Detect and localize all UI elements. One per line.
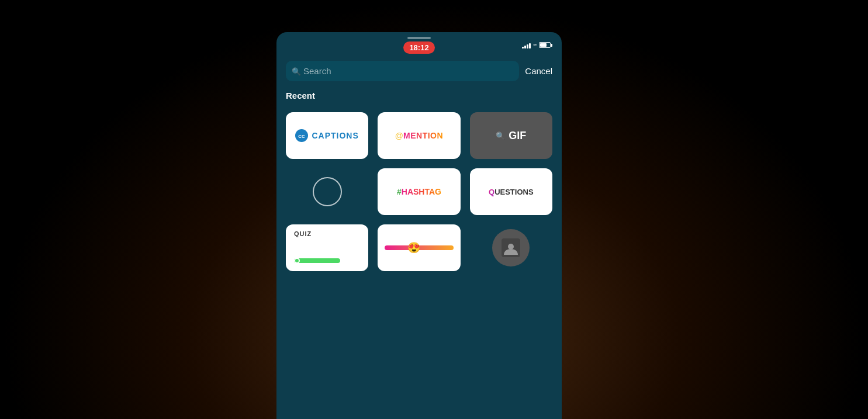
recent-label: Recent <box>276 86 562 108</box>
wifi-icon: ≈ <box>533 41 537 49</box>
mention-letters: MENTION <box>403 131 443 140</box>
signal-bar-3 <box>527 44 528 49</box>
mention-text: @MENTION <box>395 131 443 140</box>
questions-text: QUESTIONS <box>489 188 534 196</box>
captions-icon: CC <box>295 129 308 142</box>
sticker-hashtag[interactable]: #HASHTAG <box>378 168 460 215</box>
sticker-photo[interactable] <box>470 224 552 271</box>
captions-inner: CC CAPTIONS <box>288 124 365 147</box>
signal-bar-2 <box>524 46 526 49</box>
signal-bar-1 <box>522 47 524 49</box>
phone-background: 18:12 ≈ 🔍 <box>0 0 868 419</box>
signal-icon <box>522 41 531 49</box>
battery-icon <box>539 42 552 48</box>
hashtag-letters: HASHTAG <box>402 187 441 196</box>
slider-emoji: 😍 <box>407 241 420 254</box>
hashtag-hash: # <box>397 187 402 196</box>
status-bar: 18:12 ≈ <box>276 39 562 56</box>
circle-outline <box>313 177 342 206</box>
sticker-captions[interactable]: CC CAPTIONS <box>286 112 368 159</box>
captions-text: CAPTIONS <box>312 131 358 140</box>
bottom-sheet: 18:12 ≈ 🔍 <box>276 32 562 419</box>
battery-tip <box>551 44 552 47</box>
search-row: 🔍 Cancel <box>276 56 562 86</box>
svg-text:CC: CC <box>299 134 306 139</box>
search-input[interactable] <box>286 61 519 81</box>
quiz-bar-container <box>294 258 360 265</box>
battery-fill <box>540 43 547 47</box>
sticker-mention[interactable]: @MENTION <box>378 112 460 159</box>
signal-bar-4 <box>529 43 531 49</box>
photo-circle <box>492 229 530 266</box>
sticker-gif[interactable]: 🔍 GIF <box>470 112 552 159</box>
questions-rest: UESTIONS <box>494 188 533 196</box>
svg-point-3 <box>508 244 514 250</box>
photo-icon <box>502 238 520 257</box>
quiz-bar <box>294 258 340 263</box>
sticker-grid: CC CAPTIONS @MENTION 🔍 GIF <box>276 108 562 276</box>
gif-text: GIF <box>509 130 526 142</box>
cancel-button[interactable]: Cancel <box>525 66 552 76</box>
mention-at: @ <box>395 131 403 140</box>
battery-body <box>539 42 551 48</box>
quiz-dot <box>294 258 300 264</box>
questions-q: Q <box>489 188 494 196</box>
slider-container: 😍 <box>385 245 453 250</box>
search-wrapper: 🔍 <box>286 61 519 81</box>
sticker-quiz[interactable]: QUIZ <box>286 224 368 271</box>
sticker-slider[interactable]: 😍 <box>378 224 460 271</box>
sticker-circle[interactable] <box>286 168 368 215</box>
status-icons: ≈ <box>522 41 552 49</box>
sticker-questions[interactable]: QUESTIONS <box>470 168 552 215</box>
gif-search-icon: 🔍 <box>496 131 505 140</box>
hashtag-text: #HASHTAG <box>397 187 441 196</box>
quiz-label: QUIZ <box>294 230 312 237</box>
status-time: 18:12 <box>403 41 434 54</box>
